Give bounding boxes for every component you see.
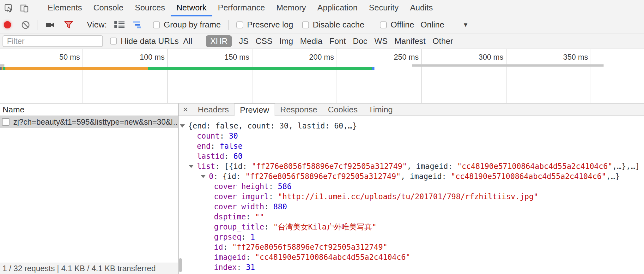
group-by-frame-checkbox[interactable]: Group by frame xyxy=(153,20,221,30)
json-key: list xyxy=(197,162,215,171)
tab-console[interactable]: Console xyxy=(88,0,129,16)
preview-row: cover_width: 880 xyxy=(179,202,644,212)
tab-performance[interactable]: Performance xyxy=(212,0,271,16)
detail-tab-headers[interactable]: Headers xyxy=(192,104,234,116)
timeline-tick-label: 150 ms xyxy=(199,53,249,62)
tab-network[interactable]: Network xyxy=(171,0,212,16)
screenshot-camera-icon[interactable] xyxy=(46,21,55,29)
tab-memory[interactable]: Memory xyxy=(270,0,312,16)
filter-type-img[interactable]: Img xyxy=(279,36,293,46)
filter-type-ws[interactable]: WS xyxy=(374,36,388,46)
name-column-header[interactable]: Name xyxy=(0,104,178,116)
json-key: group_title xyxy=(214,223,264,231)
timeline-gridline xyxy=(591,49,591,103)
json-plain: : {id: xyxy=(213,172,245,181)
close-icon[interactable]: × xyxy=(179,104,192,116)
checkbox[interactable] xyxy=(236,21,243,28)
expander-triangle-icon[interactable] xyxy=(180,124,185,128)
preview-row: index: 31 xyxy=(179,262,644,272)
request-list-empty-area xyxy=(0,128,178,263)
json-key: cover_height xyxy=(214,182,269,191)
waterfall-bar xyxy=(5,67,148,70)
divider xyxy=(35,3,35,13)
scrollbar-thumb[interactable] xyxy=(179,258,182,272)
network-status-bar: 1 / 32 requests | 4.1 KB / 4.1 KB transf… xyxy=(0,263,178,274)
filter-type-other[interactable]: Other xyxy=(433,36,453,46)
device-toolbar-icon[interactable] xyxy=(18,1,32,15)
json-key: cover_width xyxy=(214,202,264,211)
disable-cache-checkbox[interactable]: Disable cache xyxy=(302,20,364,30)
preview-row: cover_height: 586 xyxy=(179,182,644,192)
json-str: "cc48190e57100864abc4d55a2c4104c6" xyxy=(255,253,410,262)
preview-tree: {end: false, count: 30, lastid: 60,…}cou… xyxy=(179,116,644,274)
json-plain: , imageid: xyxy=(401,172,451,181)
json-key: end xyxy=(197,142,210,151)
throttling-select[interactable]: Online xyxy=(421,20,444,30)
checkbox[interactable] xyxy=(110,38,117,45)
json-plain: : xyxy=(269,192,278,201)
inspect-element-icon[interactable] xyxy=(2,1,16,15)
hide-data-urls-checkbox[interactable]: Hide data URLs xyxy=(110,36,179,46)
request-detail-panel: × HeadersPreviewResponseCookiesTiming {e… xyxy=(179,104,644,274)
checkbox[interactable] xyxy=(153,21,160,28)
filter-type-media[interactable]: Media xyxy=(300,36,323,46)
filter-input[interactable] xyxy=(3,35,103,47)
request-row[interactable]: zj?ch=beauty&t1=595&listtype=new&sn=30&l… xyxy=(0,116,178,128)
detail-tab-response[interactable]: Response xyxy=(275,104,323,116)
json-str: "cc48190e57100864abc4d55a2c4104c6" xyxy=(451,172,606,181)
preview-row: dsptime: "" xyxy=(179,212,644,222)
preview-row: list: [{id: "ff276e8056f58896e7cf92505a3… xyxy=(179,161,644,171)
large-rows-view-icon[interactable] xyxy=(114,21,125,29)
expander-triangle-icon[interactable] xyxy=(189,165,194,168)
json-str: "ff276e8056f58896e7cf92505a312749" xyxy=(232,243,387,252)
tab-application[interactable]: Application xyxy=(312,0,363,16)
json-plain: : xyxy=(237,263,246,272)
tab-elements[interactable]: Elements xyxy=(42,0,88,16)
divider xyxy=(38,20,38,30)
offline-checkbox[interactable]: Offline xyxy=(380,20,414,30)
waterfall-bar xyxy=(3,67,5,70)
expander-triangle-icon[interactable] xyxy=(201,175,206,178)
json-key: grpseq xyxy=(214,233,241,241)
tab-audits[interactable]: Audits xyxy=(404,0,438,16)
waterfall-overview-icon[interactable] xyxy=(133,21,144,29)
preserve-log-checkbox[interactable]: Preserve log xyxy=(236,20,293,30)
tab-security[interactable]: Security xyxy=(363,0,404,16)
timeline-overview[interactable]: 50 ms100 ms150 ms200 ms250 ms300 ms350 m… xyxy=(0,49,644,104)
preserve-log-label: Preserve log xyxy=(247,20,293,30)
filter-bar: Hide data URLs All XHRJSCSSImgMediaFontD… xyxy=(0,33,644,49)
detail-tab-timing[interactable]: Timing xyxy=(363,104,398,116)
json-num: false xyxy=(220,142,242,151)
preview-row: {end: false, count: 30, lastid: 60,…} xyxy=(179,121,644,131)
json-key: id xyxy=(214,243,223,252)
json-plain: : xyxy=(269,182,278,191)
json-str: "" xyxy=(255,212,264,221)
preview-row: cover_imgurl: "http://i1.umei.cc/uploads… xyxy=(179,192,644,202)
filter-type-font[interactable]: Font xyxy=(329,36,346,46)
clear-icon[interactable] xyxy=(21,21,30,29)
filter-type-css[interactable]: CSS xyxy=(256,36,272,46)
request-checkbox[interactable] xyxy=(2,118,9,126)
checkbox[interactable] xyxy=(380,21,387,28)
checkbox[interactable] xyxy=(302,21,309,28)
offline-label: Offline xyxy=(391,20,414,30)
divider xyxy=(228,20,229,30)
filter-type-all[interactable]: All xyxy=(183,36,192,46)
filter-type-js[interactable]: JS xyxy=(239,36,248,46)
detail-tab-preview[interactable]: Preview xyxy=(234,104,275,116)
json-plain: : xyxy=(210,142,220,151)
preview-row: imageid: "cc48190e57100864abc4d55a2c4104… xyxy=(179,252,644,262)
filter-type-manifest[interactable]: Manifest xyxy=(395,36,426,46)
detail-tab-cookies[interactable]: Cookies xyxy=(323,104,363,116)
filter-funnel-icon[interactable] xyxy=(64,21,73,29)
record-button[interactable] xyxy=(4,21,11,28)
chevron-down-icon[interactable]: ▼ xyxy=(463,21,469,28)
timeline-tick-label: 250 ms xyxy=(368,53,419,62)
timeline-tick-label: 100 ms xyxy=(114,53,165,62)
json-plain: : [{id: xyxy=(215,162,252,171)
preview-row: grpseq: 1 xyxy=(179,232,644,242)
preview-row: end: false xyxy=(179,141,644,151)
filter-type-doc[interactable]: Doc xyxy=(353,36,367,46)
tab-sources[interactable]: Sources xyxy=(129,0,171,16)
filter-type-xhr[interactable]: XHR xyxy=(206,35,232,47)
